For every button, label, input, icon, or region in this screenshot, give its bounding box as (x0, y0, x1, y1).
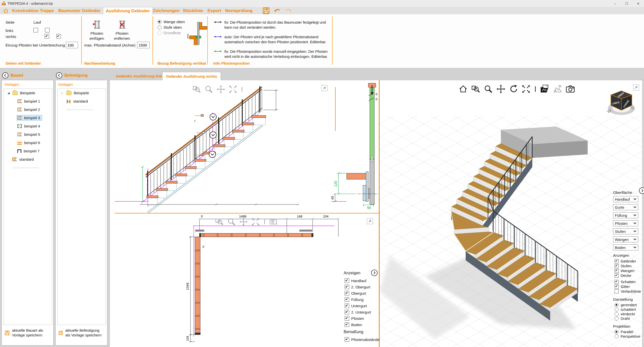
collapse-left-icon[interactable] (2, 72, 9, 79)
home-view-icon[interactable] (459, 84, 468, 94)
maximize-button[interactable]: ☐ (621, 0, 632, 7)
elevation-view[interactable]: 0 0 120 40 50 (110, 80, 379, 213)
select-handlauf[interactable]: Handlauf (613, 196, 638, 202)
collapse-left-icon[interactable] (56, 72, 62, 79)
fit-view-icon[interactable] (229, 85, 237, 94)
check-decke-3d[interactable]: Decke (615, 273, 631, 278)
radio-stufe-oben[interactable]: Stufe oben (157, 25, 182, 29)
tree-separator: -------------------- (4, 163, 52, 172)
tab-ausfuehrung-gelaender[interactable]: Ausführung Geländer (103, 7, 153, 15)
fit-view-icon[interactable] (521, 84, 531, 94)
select-gurte[interactable]: Gurte (613, 204, 638, 210)
check-untergurt[interactable]: Untergurt (345, 303, 367, 308)
select-boden[interactable]: Boden (613, 244, 638, 250)
minimize-button[interactable]: – (609, 0, 621, 7)
plan-view[interactable]: 0 1498 148 104 (110, 213, 379, 347)
undo-button[interactable] (274, 8, 280, 15)
tree-item-beispiel-4[interactable]: beispiel 4 (4, 122, 52, 130)
pan-icon[interactable] (496, 84, 505, 94)
einzug-input[interactable] (66, 42, 80, 48)
close-button[interactable]: ✕ (632, 0, 644, 7)
checkbox-links-1[interactable] (33, 28, 38, 32)
radio-gerendert[interactable]: gerendert (615, 303, 637, 307)
check-2-obergurt[interactable]: 2. Obergurt (345, 285, 370, 289)
fit-view-icon[interactable] (251, 218, 260, 226)
tab-konstruktion-treppe[interactable]: Konstruktion Treppe (10, 7, 56, 14)
expand-elevation-button[interactable] (321, 85, 328, 91)
tab-gelaender-rechts[interactable]: Geländer Ausführung rechts (162, 72, 221, 80)
pfosten-einfuegen-button[interactable]: Pfosten einfügen (85, 20, 109, 41)
checkbox-links-2[interactable] (45, 28, 50, 32)
pfosten-entfernen-button[interactable]: Pfosten entfernen (110, 20, 134, 41)
abstand-input[interactable] (137, 42, 152, 48)
redo-button[interactable] (285, 8, 292, 15)
radio-wange-oben[interactable]: Wange oben (157, 20, 185, 24)
pan-icon[interactable] (217, 85, 225, 94)
tree-item-standard[interactable]: standard (58, 97, 106, 105)
radio-verdeckt[interactable]: verdeckt (615, 312, 635, 316)
tree-item-beispiel-7[interactable]: beispiel 7 (4, 147, 52, 155)
screenshot-icon[interactable] (566, 84, 575, 94)
navigation-cube[interactable]: W S OBEN LINKS VORNE (606, 89, 637, 119)
collapsed-triangle-icon[interactable]: ▷ (61, 91, 64, 95)
tab-normpruefung[interactable]: Normprüfung (223, 7, 255, 14)
checkbox-rechts-1[interactable] (45, 34, 49, 38)
zoom-icon[interactable] (227, 218, 236, 226)
check-gelaender-3d[interactable]: Geländer (615, 259, 636, 263)
save-button[interactable] (263, 7, 270, 15)
background-image-icon[interactable] (553, 84, 562, 94)
zoom-window-icon[interactable] (192, 85, 201, 94)
pan-icon[interactable] (239, 218, 248, 226)
radio-draht[interactable]: Draht (615, 316, 630, 321)
tree-item-beispiel-5[interactable]: beispiel 5 (4, 130, 52, 139)
zoom-icon[interactable] (205, 85, 213, 94)
measure-icon[interactable] (269, 218, 278, 226)
collapse-anzeigen-button[interactable] (371, 269, 378, 276)
select-stufen[interactable]: Stufen (613, 228, 638, 234)
expanded-triangle-icon[interactable]: ◢ (7, 91, 10, 95)
tree-item-beispiele[interactable]: ▷Beispiele (58, 89, 106, 97)
check-boden[interactable]: Boden (345, 322, 362, 327)
check-fuellung[interactable]: Füllung (345, 297, 364, 302)
expand-plan-button[interactable] (367, 218, 373, 224)
check-handlauf[interactable]: Handlauf (345, 278, 366, 283)
tab-zeichnungen[interactable]: Zeichnungen (150, 7, 182, 14)
tab-gelaender-links[interactable]: Geländer Ausführung links (112, 72, 168, 80)
check-stufen-3d[interactable]: Stufen (615, 264, 631, 268)
folder-icon (13, 91, 18, 95)
tree-item-standard[interactable]: standard (4, 155, 52, 163)
tree-item-beispiele[interactable]: ◢Beispiele (4, 89, 52, 97)
radio-grundlinie[interactable]: Grundlinie (157, 31, 181, 35)
zoom-window-icon[interactable] (215, 218, 224, 226)
check-pfosten[interactable]: Pfosten (345, 316, 364, 321)
load-background-icon[interactable] (540, 84, 550, 94)
radio-perspektive[interactable]: Perspektive (615, 334, 640, 338)
tree-item-beispiel-3[interactable]: beispiel 3 (4, 114, 52, 122)
zoom-window-icon[interactable] (471, 84, 480, 94)
select-wangen[interactable]: Wangen (613, 236, 638, 242)
check-verlaufslinie-3d[interactable]: Verlaufslinie (615, 289, 641, 293)
check-schatten-3d[interactable]: Schatten (615, 280, 635, 284)
check-gitter-3d[interactable]: Gitter (615, 284, 630, 289)
tree-item-beispiel-2[interactable]: beispiel 2 (4, 105, 52, 114)
select-pfosten[interactable]: Pfosten (613, 220, 638, 226)
collapse-right-panel-button[interactable] (639, 187, 644, 194)
view-3d[interactable] (380, 80, 644, 347)
check-wangen-3d[interactable]: Wangen (615, 269, 634, 273)
radio-parallel[interactable]: Parallel (615, 330, 633, 334)
tab-stueckliste[interactable]: Stückliste (180, 7, 206, 14)
save-bauart-button[interactable]: aktuelle Bauart als Vorlage speichern (5, 328, 51, 338)
radio-schattiert[interactable]: schattiert (615, 307, 636, 312)
save-befestigung-button[interactable]: aktuelle Befestigung als Vorlage speiche… (59, 328, 105, 338)
rotate-icon[interactable] (509, 84, 518, 94)
tree-item-beispiel-1[interactable]: beispiel 1 (4, 97, 52, 105)
check-pfostenabstaende[interactable]: Pfostenabstände (345, 337, 380, 342)
check-2-untergurt[interactable]: 2. Untergurt (345, 310, 371, 314)
tab-baumuster-gelaender[interactable]: Baumuster Geländer (56, 7, 103, 14)
tab-export[interactable]: Export (205, 7, 224, 14)
select-fuellung[interactable]: Füllung (613, 212, 638, 218)
checkbox-rechts-2[interactable] (56, 34, 61, 38)
tree-item-beispiel-6[interactable]: beispiel 6 (4, 139, 52, 147)
zoom-icon[interactable] (484, 84, 493, 94)
check-obergurt[interactable]: Obergurt (345, 291, 366, 295)
